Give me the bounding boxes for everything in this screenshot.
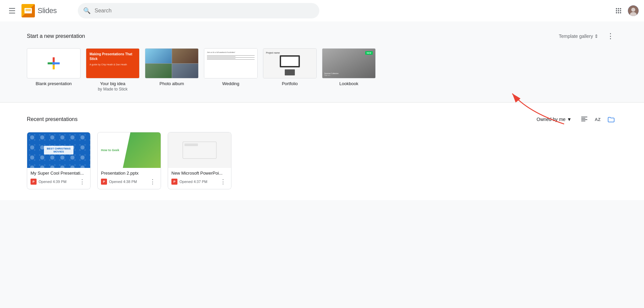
search-icon: 🔍 [83,7,91,14]
template-wedding[interactable]: Join us for a full weekend of activities… [204,48,258,86]
main-content: Start a new presentation Template galler… [0,21,644,308]
svg-rect-19 [184,151,206,152]
template-lookbook-label: Lookbook [339,81,358,86]
pres3-content [179,137,220,164]
pres2-more-button[interactable]: ⋮ [148,177,157,186]
avatar[interactable] [628,5,639,16]
templates-header-right: Template gallery ⇕ ⋮ [556,29,617,43]
hamburger-menu-button[interactable] [5,4,19,17]
recent-header: Recent presentations Owned by me ▼ [27,113,617,125]
search-bar[interactable]: 🔍 [78,3,319,18]
logo-slide-icon [24,8,32,13]
pres1-more-button[interactable]: ⋮ [77,177,87,186]
pres3-ppt-icon: P [171,179,177,185]
presentations-grid: BEST CHRISTMASMOVIES My Super Cool Prese… [27,132,617,189]
svg-rect-9 [55,62,60,64]
folder-view-button[interactable] [605,113,617,125]
template-gallery-label: Template gallery [559,34,593,39]
svg-rect-10 [581,117,587,117]
pres3-info: New Microsoft PowerPoi... P Opened 4:37 … [168,168,231,189]
filter-arrow-icon: ▼ [567,117,572,122]
pres2-name: Presentation 2.pptx [101,171,157,176]
svg-text:AZ: AZ [595,117,600,122]
owned-by-filter[interactable]: Owned by me ▼ [534,115,574,124]
list-view-button[interactable] [578,113,590,125]
pres1-thumbnail: BEST CHRISTMASMOVIES [27,132,91,168]
pres3-time: Opened 4:37 PM [179,180,207,184]
recent-section: Recent presentations Owned by me ▼ [0,103,644,200]
folder-view-icon [608,116,614,122]
svg-rect-12 [581,119,587,120]
template-blank-label: Blank presentation [36,81,72,86]
svg-rect-13 [581,121,585,121]
sort-button[interactable]: AZ [592,113,604,125]
list-view-icon [581,116,587,122]
svg-rect-18 [184,149,205,150]
big-idea-title: Making Presentations That Stick [90,52,136,61]
grid-icon [616,8,621,13]
app-logo [21,4,35,17]
owned-by-label: Owned by me [537,117,566,122]
pres2-ppt-icon: P [101,179,107,185]
svg-rect-7 [53,65,55,69]
template-portfolio-thumb: Project name [263,48,317,78]
recent-controls: Owned by me ▼ AZ [534,113,617,125]
pres1-time: Opened 4:39 PM [39,180,66,184]
portfolio-title-text: Project name [263,52,280,54]
svg-rect-16 [184,143,198,146]
template-lookbook-thumb: NEW Summer Collection Right text... [322,48,376,78]
search-input[interactable] [95,8,314,14]
template-portfolio-label: Portfolio [282,81,298,86]
template-big-idea-thumb: Making Presentations That Stick A guide … [86,48,140,78]
template-portfolio[interactable]: Project name Portfolio [263,48,317,86]
template-blank-thumb [27,48,80,78]
apps-button[interactable] [612,4,625,17]
pres1-ppt-icon: P [31,179,37,185]
templates-section-title: Start a new presentation [27,33,85,39]
template-lookbook[interactable]: NEW Summer Collection Right text... Look… [322,48,376,86]
template-blank[interactable]: Blank presentation [27,48,80,86]
wedding-invite-text: Join us for a full weekend of activities… [207,51,255,53]
template-wedding-thumb: Join us for a full weekend of activities… [204,48,258,78]
templates-list: Blank presentation Making Presentations … [0,48,644,91]
app-header: Slides 🔍 [0,0,644,21]
templates-more-button[interactable]: ⋮ [604,29,617,43]
svg-rect-17 [184,147,208,148]
view-icons: AZ [578,113,617,125]
pres2-meta: P Opened 4:38 PM ⋮ [101,177,157,186]
template-big-idea-sublabel: by Made to Stick [98,87,128,91]
template-photo-album-thumb [145,48,199,78]
presentation-card-1[interactable]: BEST CHRISTMASMOVIES My Super Cool Prese… [27,132,91,189]
pres3-name: New Microsoft PowerPoi... [171,171,228,176]
presentation-card-2[interactable]: How to Geek Presentation 2.pptx P Opened… [97,132,161,189]
avatar-image [628,5,639,16]
pres3-more-button[interactable]: ⋮ [218,177,228,186]
sort-icon: AZ [595,116,601,122]
template-gallery-button[interactable]: Template gallery ⇕ [556,32,601,41]
app-name: Slides [38,6,57,15]
plus-icon [46,56,61,71]
recent-section-title: Recent presentations [27,116,77,122]
templates-section: Start a new presentation Template galler… [0,21,644,103]
pres3-meta: P Opened 4:37 PM ⋮ [171,177,228,186]
template-big-idea-label: Your big idea [100,81,125,86]
template-photo-album-label: Photo album [160,81,184,86]
expand-icon: ⇕ [594,34,598,39]
templates-section-header: Start a new presentation Template galler… [0,29,644,48]
pres2-info: Presentation 2.pptx P Opened 4:38 PM ⋮ [97,168,161,189]
big-idea-subtitle: A guide by Chip Heath & Dan Heath [90,63,136,66]
presentation-card-3[interactable]: New Microsoft PowerPoi... P Opened 4:37 … [168,132,231,189]
svg-rect-8 [48,62,52,64]
pres1-info: My Super Cool Presentati... P Opened 4:3… [27,168,91,189]
pres2-thumbnail: How to Geek [97,132,161,168]
pres1-name: My Super Cool Presentati... [31,171,87,176]
svg-rect-11 [581,118,585,119]
pres3-thumbnail [168,132,231,168]
pres2-time: Opened 4:38 PM [109,180,137,184]
header-right [612,4,639,17]
pres1-meta: P Opened 4:39 PM ⋮ [31,177,87,186]
svg-point-1 [631,8,635,12]
header-left: Slides [5,4,72,17]
template-photo-album[interactable]: Photo album [145,48,199,86]
template-big-idea[interactable]: Making Presentations That Stick A guide … [86,48,140,91]
